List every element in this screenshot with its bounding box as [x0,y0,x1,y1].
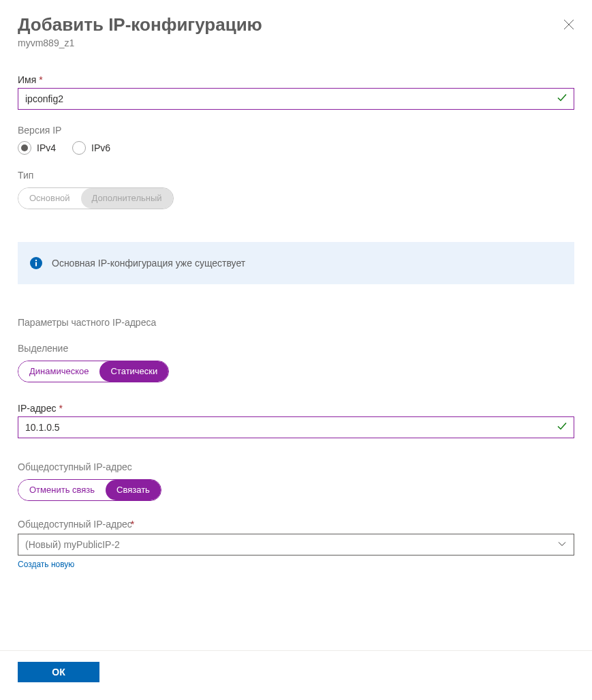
type-toggle: Основной Дополнительный [18,187,174,209]
type-primary: Основной [18,188,81,209]
public-ip-disassociate[interactable]: Отменить связь [18,480,106,500]
allocation-label: Выделение [18,343,574,354]
info-icon [30,257,42,269]
name-input[interactable] [18,88,574,110]
info-text: Основная IP-конфигурация уже существует [52,258,245,269]
page-title: Добавить IP-конфигурацию [18,14,262,36]
private-ip-heading: Параметры частного IP-адреса [18,317,574,328]
name-label: Имя* [18,74,574,85]
public-ip-assoc-label: Общедоступный IP-адрес [18,461,574,472]
ip-version-label: Версия IP [18,125,574,136]
check-icon [557,92,567,105]
public-ip-select-label: Общедоступный IP-адрес* [18,519,574,530]
type-secondary: Дополнительный [81,188,173,209]
public-ip-dropdown[interactable]: (Новый) myPublicIP-2 [18,534,574,556]
radio-icon [72,141,86,155]
ok-button[interactable]: ОК [18,662,99,682]
type-label: Тип [18,170,574,181]
ip-address-label: IP-адрес* [18,403,574,414]
allocation-toggle[interactable]: Динамическое Статически [18,361,169,382]
svg-rect-1 [35,262,37,266]
footer: ОК [0,650,592,700]
create-new-link[interactable]: Создать новую [18,560,74,569]
radio-icon [18,141,31,155]
check-icon [557,421,567,433]
info-banner: Основная IP-конфигурация уже существует [18,242,574,284]
page-subtitle: myvm889_z1 [18,37,574,48]
ip-address-input[interactable] [18,416,574,438]
close-icon[interactable] [563,19,574,30]
svg-rect-2 [35,260,37,261]
radio-ipv6[interactable]: IPv6 [72,141,110,155]
allocation-static[interactable]: Статически [99,361,168,382]
chevron-down-icon [557,538,567,550]
radio-ipv4[interactable]: IPv4 [18,141,56,155]
public-ip-associate[interactable]: Связать [106,480,161,500]
public-ip-dropdown-value: (Новый) myPublicIP-2 [25,539,120,550]
public-ip-assoc-toggle[interactable]: Отменить связь Связать [18,479,161,501]
allocation-dynamic[interactable]: Динамическое [18,361,99,382]
